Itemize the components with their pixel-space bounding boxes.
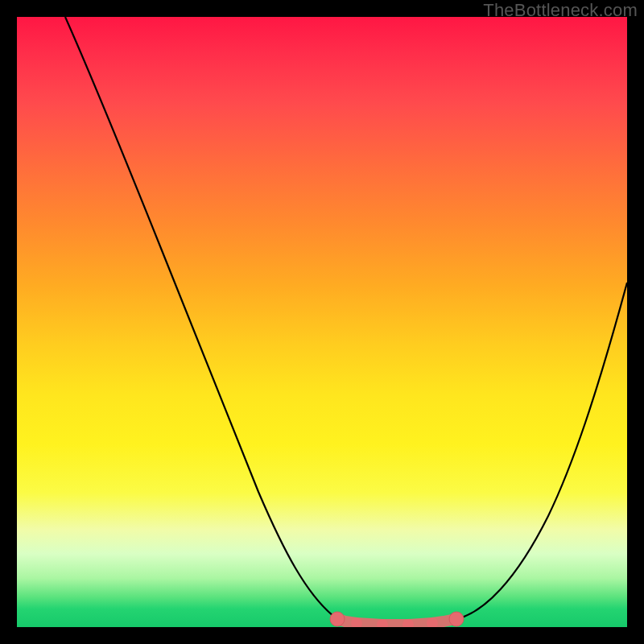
right-curve	[456, 283, 627, 619]
left-curve	[65, 17, 337, 619]
chart-stage: TheBottleneck.com	[0, 0, 644, 644]
valley-dot-left	[330, 612, 345, 626]
valley-dot-right	[449, 612, 464, 626]
curve-layer	[17, 17, 627, 627]
plot-area	[17, 17, 627, 627]
watermark-text: TheBottleneck.com	[483, 0, 638, 21]
